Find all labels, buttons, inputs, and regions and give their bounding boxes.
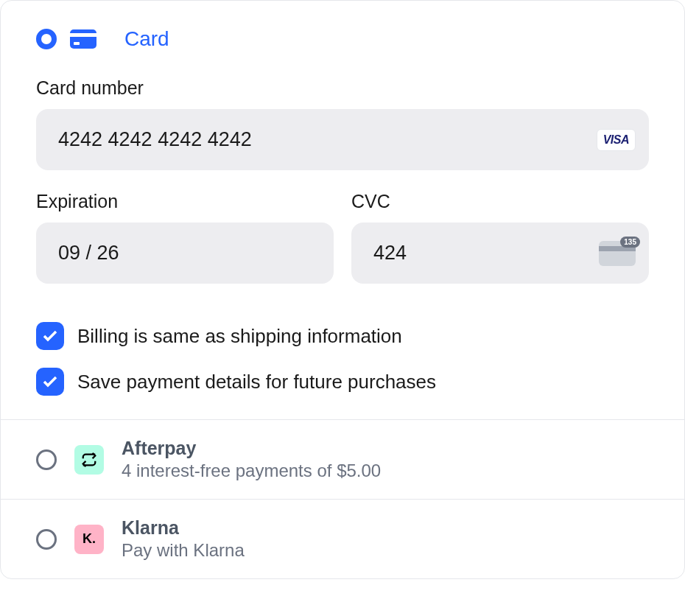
card-number-label: Card number <box>36 77 649 99</box>
card-number-group: Card number VISA <box>36 77 649 170</box>
card-payment-section: Card Card number VISA Expiration CVC <box>1 1 684 419</box>
credit-card-icon <box>70 29 96 49</box>
radio-unselected-icon[interactable] <box>36 529 57 550</box>
cvc-wrapper: 135 <box>351 223 649 284</box>
afterpay-icon <box>74 445 104 475</box>
radio-unselected-icon[interactable] <box>36 449 57 470</box>
cvc-hint-badge: 135 <box>620 237 640 248</box>
expiration-cvc-row: Expiration CVC 135 <box>36 191 649 304</box>
afterpay-desc: 4 interest-free payments of $5.00 <box>122 461 381 481</box>
cvc-label: CVC <box>351 191 649 212</box>
checkbox-checked-icon[interactable] <box>36 322 64 350</box>
card-number-wrapper: VISA <box>36 109 649 170</box>
billing-same-label: Billing is same as shipping information <box>77 325 402 348</box>
payment-form: Card Card number VISA Expiration CVC <box>0 0 685 579</box>
klarna-option[interactable]: K. Klarna Pay with Klarna <box>1 499 684 578</box>
afterpay-option[interactable]: Afterpay 4 interest-free payments of $5.… <box>1 419 684 499</box>
checkbox-checked-icon[interactable] <box>36 368 64 396</box>
radio-selected-icon[interactable] <box>36 29 57 49</box>
klarna-text: Klarna Pay with Klarna <box>122 517 245 561</box>
cvc-group: CVC 135 <box>351 191 649 284</box>
klarna-icon: K. <box>74 525 104 554</box>
expiration-label: Expiration <box>36 191 334 212</box>
visa-badge-icon: VISA <box>597 129 636 151</box>
afterpay-text: Afterpay 4 interest-free payments of $5.… <box>122 438 381 481</box>
card-option-label: Card <box>124 27 169 51</box>
expiration-group: Expiration <box>36 191 334 284</box>
card-option-header[interactable]: Card <box>36 27 649 51</box>
klarna-name: Klarna <box>122 517 245 539</box>
cvc-card-icon: 135 <box>599 241 636 266</box>
expiration-input[interactable] <box>36 223 334 284</box>
billing-same-checkbox-row[interactable]: Billing is same as shipping information <box>36 322 649 350</box>
save-payment-label: Save payment details for future purchase… <box>77 371 436 393</box>
klarna-desc: Pay with Klarna <box>122 540 245 561</box>
card-number-input[interactable] <box>36 109 649 170</box>
afterpay-name: Afterpay <box>122 438 381 459</box>
expiration-wrapper <box>36 223 334 284</box>
save-payment-checkbox-row[interactable]: Save payment details for future purchase… <box>36 368 649 396</box>
